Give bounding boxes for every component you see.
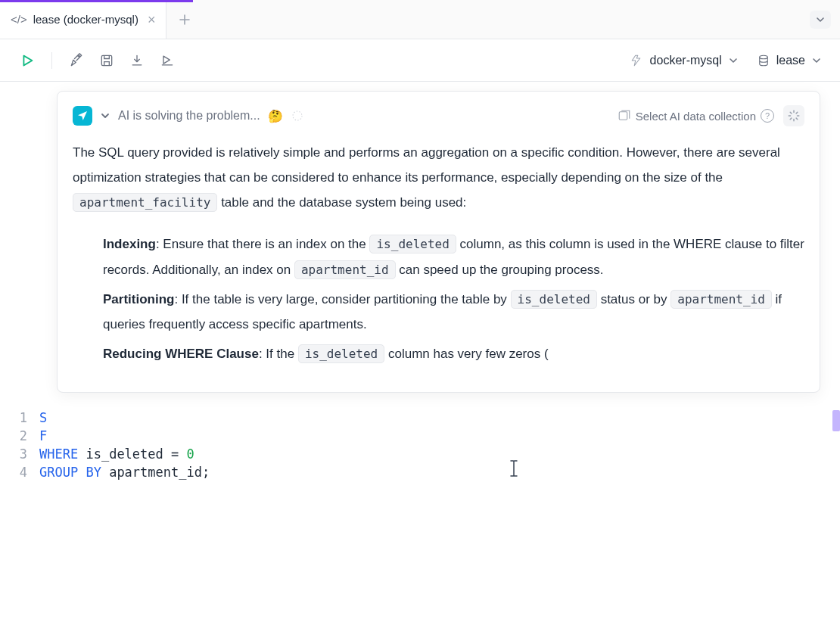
ai-text: status or by (597, 292, 670, 306)
svg-point-1 (760, 55, 768, 59)
chevron-down-icon (815, 14, 826, 25)
ai-text: The SQL query provided is relatively sim… (73, 145, 780, 185)
ai-text: : If the table is very large, consider p… (174, 292, 510, 306)
chevron-down-icon[interactable] (100, 110, 110, 121)
select-ai-data-collection[interactable]: Select AI data collection ? (618, 109, 774, 123)
collection-icon (618, 109, 631, 123)
ai-text: : Ensure that there is an index on the (156, 237, 370, 251)
ai-badge-icon[interactable] (73, 106, 92, 126)
svg-line-8 (790, 112, 792, 114)
ai-item-title: Indexing (103, 237, 156, 251)
svg-rect-0 (101, 55, 111, 65)
ai-text: table and the database system being used… (221, 195, 466, 210)
ai-text: can speed up the grouping process. (396, 263, 604, 277)
tab-bar: </> lease (docker-mysql) × (0, 0, 840, 39)
tab-lease[interactable]: </> lease (docker-mysql) × (0, 0, 166, 39)
code-apartment-facility: apartment_facility (73, 193, 217, 212)
ai-suggestion-partitioning: Partitioning: If the table is very large… (103, 287, 804, 337)
svg-line-9 (796, 118, 798, 120)
code-is-deleted: is_deleted (298, 344, 384, 363)
code-is-deleted: is_deleted (369, 235, 456, 254)
code-apartment-id: apartment_id (670, 290, 772, 309)
ai-panel-header: AI is solving the problem... 🤔 Select AI… (73, 105, 804, 126)
scrollbar-marker[interactable] (832, 410, 840, 431)
ai-response-body: The SQL query provided is relatively sim… (73, 140, 804, 366)
datasource-selector[interactable]: docker-mysql (630, 54, 739, 67)
code-is-deleted: is_deleted (511, 290, 597, 309)
tab-title: lease (docker-mysql) (33, 13, 138, 26)
run-selection-button[interactable] (155, 48, 179, 73)
ai-item-title: Partitioning (103, 292, 174, 306)
ai-suggestion-indexing: Indexing: Ensure that there is an index … (103, 232, 804, 282)
chevron-down-icon (811, 55, 822, 66)
close-tab-icon[interactable]: × (145, 13, 156, 26)
new-tab-button[interactable] (166, 0, 203, 39)
thinking-emoji-icon: 🤔 (268, 109, 283, 123)
ai-text: : If the (259, 347, 298, 361)
ai-panel: AI is solving the problem... 🤔 Select AI… (57, 91, 820, 393)
ai-status-text: AI is solving the problem... (118, 109, 260, 123)
toolbar-divider (51, 52, 52, 69)
code-lines[interactable]: SFWHERE is_deleted = 0GROUP BY apartment… (39, 409, 840, 481)
schema-selector[interactable]: lease (757, 54, 822, 67)
code-apartment-id: apartment_id (294, 260, 396, 279)
svg-line-10 (790, 118, 792, 120)
tab-overflow-button[interactable] (804, 0, 837, 39)
toolbar: docker-mysql lease (0, 39, 840, 82)
sql-editor[interactable]: 1234 SFWHERE is_deleted = 0GROUP BY apar… (0, 409, 840, 481)
ai-text: column has very few zeros ( (384, 347, 548, 361)
help-icon[interactable]: ? (761, 109, 774, 123)
svg-point-2 (293, 111, 302, 120)
loading-dots-icon (291, 109, 304, 123)
database-icon (757, 54, 770, 67)
ai-suggestion-reducing-where: Reducing WHERE Clause: If the is_deleted… (103, 341, 804, 366)
sql-file-icon: </> (11, 13, 27, 26)
svg-line-11 (796, 112, 798, 114)
run-button[interactable] (15, 48, 39, 73)
ai-item-title: Reducing WHERE Clause (103, 347, 259, 361)
ai-loading-spinner (783, 105, 804, 126)
datasource-name: docker-mysql (650, 54, 722, 67)
chevron-down-icon (728, 55, 739, 66)
svg-rect-3 (619, 112, 627, 120)
select-ai-label: Select AI data collection (636, 110, 756, 123)
ai-assist-button[interactable] (64, 48, 89, 73)
save-button[interactable] (95, 48, 119, 73)
download-button[interactable] (125, 48, 149, 73)
line-gutter: 1234 (0, 409, 39, 481)
datasource-icon (630, 54, 644, 67)
editor-area: AI is solving the problem... 🤔 Select AI… (0, 82, 840, 619)
ai-suggestion-list: Indexing: Ensure that there is an index … (73, 232, 804, 366)
ai-paragraph: The SQL query provided is relatively sim… (73, 140, 804, 215)
schema-name: lease (776, 54, 805, 67)
